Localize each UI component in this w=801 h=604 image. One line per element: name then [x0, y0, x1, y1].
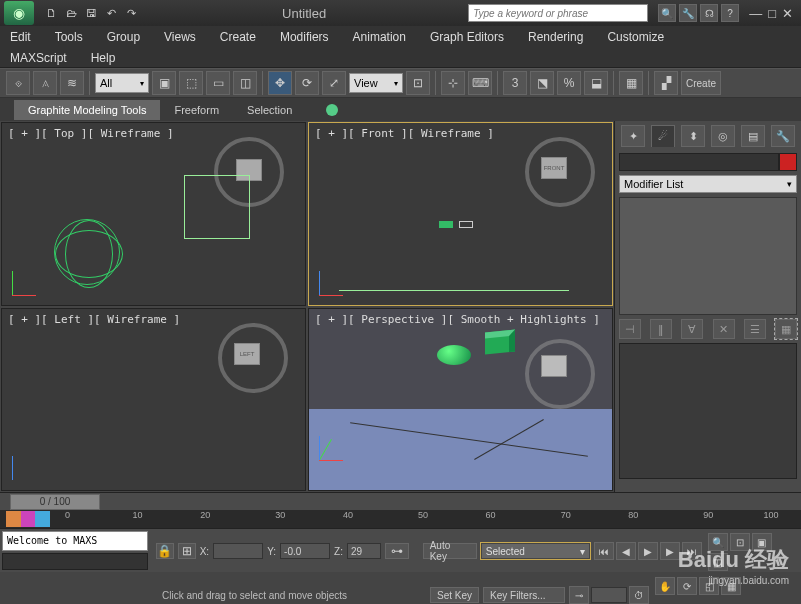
time-slider-bar[interactable]: 0 / 100 [0, 492, 801, 510]
close-button[interactable]: ✕ [782, 6, 793, 21]
save-icon[interactable]: 🖫 [82, 4, 100, 22]
fov-icon[interactable]: ◫ [708, 553, 728, 571]
open-icon[interactable]: 🗁 [62, 4, 80, 22]
communication-icon[interactable]: ☊ [700, 4, 718, 22]
z-coord-input[interactable] [347, 543, 381, 559]
display-panel-icon[interactable]: ▤ [741, 125, 765, 147]
nav-cube-persp[interactable] [541, 355, 567, 377]
ribbon-tab-graphite[interactable]: Graphite Modeling Tools [14, 100, 160, 120]
sets-icon[interactable]: ▦ [775, 319, 797, 339]
select-rect-icon[interactable]: ▭ [206, 71, 230, 95]
y-coord-input[interactable] [280, 543, 330, 559]
key-icon[interactable]: ⊶ [385, 543, 409, 559]
goto-end-icon[interactable]: ⏭ [682, 542, 702, 560]
min-max-icon[interactable]: ▦ [721, 577, 741, 595]
help-icon[interactable]: ? [721, 4, 739, 22]
menu-rendering[interactable]: Rendering [528, 30, 583, 44]
remove-mod-icon[interactable]: ✕ [713, 319, 735, 339]
undo-icon[interactable]: ↶ [102, 4, 120, 22]
lock-icon[interactable]: 🔒 [156, 543, 174, 559]
time-config-icon[interactable]: ⏱ [629, 586, 649, 604]
menu-help[interactable]: Help [91, 51, 116, 65]
ribbon-tab-freeform[interactable]: Freeform [160, 100, 233, 120]
mini-listener[interactable] [2, 553, 148, 570]
menu-group[interactable]: Group [107, 30, 140, 44]
mini-curve-icon[interactable] [6, 511, 50, 527]
time-slider-handle[interactable]: 0 / 100 [10, 494, 100, 510]
ribbon-tab-selection[interactable]: Selection [233, 100, 306, 120]
track-bar[interactable]: 0 10 20 30 40 50 60 70 80 90 100 [0, 510, 801, 528]
ref-coord-dropdown[interactable]: View [349, 73, 403, 93]
zoom-all-icon[interactable]: ⊡ [730, 533, 750, 551]
current-frame-input[interactable] [591, 587, 627, 603]
prev-frame-icon[interactable]: ◀ [616, 542, 636, 560]
pivot-icon[interactable]: ⊡ [406, 71, 430, 95]
modifier-stack[interactable] [619, 197, 797, 315]
object-color-swatch[interactable] [779, 153, 797, 171]
search-icon[interactable]: 🔍 [658, 4, 676, 22]
menu-views[interactable]: Views [164, 30, 196, 44]
scale-icon[interactable]: ⤢ [322, 71, 346, 95]
manipulate-icon[interactable]: ⊹ [441, 71, 465, 95]
help-search-input[interactable] [468, 4, 648, 22]
rollout-area[interactable] [619, 343, 797, 479]
selection-filter-dropdown[interactable]: All [95, 73, 149, 93]
move-icon[interactable]: ✥ [268, 71, 292, 95]
menu-create[interactable]: Create [220, 30, 256, 44]
select-object-icon[interactable]: ▣ [152, 71, 176, 95]
menu-edit[interactable]: Edit [10, 30, 31, 44]
spinner-snap-icon[interactable]: ⬓ [584, 71, 608, 95]
unlink-icon[interactable]: ⟑ [33, 71, 57, 95]
pan-icon[interactable]: ✋ [655, 577, 675, 595]
motion-panel-icon[interactable]: ◎ [711, 125, 735, 147]
select-name-icon[interactable]: ⬚ [179, 71, 203, 95]
autokey-button[interactable]: Auto Key [423, 543, 477, 559]
keyboard-icon[interactable]: ⌨ [468, 71, 492, 95]
ribbon-toggle-icon[interactable] [326, 104, 338, 116]
app-logo[interactable]: ◉ [4, 1, 34, 25]
create-sel-button[interactable]: Create [681, 71, 721, 95]
named-sel-icon[interactable]: ▦ [619, 71, 643, 95]
viewport-top[interactable]: [ + ][ Top ][ Wireframe ] [1, 122, 306, 306]
object-name-input[interactable] [619, 153, 779, 171]
new-icon[interactable]: 🗋 [42, 4, 60, 22]
unique-icon[interactable]: ∀ [681, 319, 703, 339]
minimize-button[interactable]: — [749, 6, 762, 21]
key-mode-icon[interactable]: ⊸ [569, 586, 589, 604]
x-coord-input[interactable] [213, 543, 263, 559]
pin-stack-icon[interactable]: ⊣ [619, 319, 641, 339]
orbit-icon[interactable]: ⟳ [677, 577, 697, 595]
viewport-left[interactable]: [ + ][ Left ][ Wireframe ] LEFT [1, 308, 306, 492]
menu-maxscript[interactable]: MAXScript [10, 51, 67, 65]
create-panel-icon[interactable]: ✦ [621, 125, 645, 147]
modifier-list-dropdown[interactable]: Modifier List [619, 175, 797, 193]
viewport-front[interactable]: [ + ][ Front ][ Wireframe ] FRONT [308, 122, 613, 306]
keyfilters-button[interactable]: Key Filters... [483, 587, 565, 603]
redo-icon[interactable]: ↷ [122, 4, 140, 22]
zoom-ext-icon[interactable]: ▣ [752, 533, 772, 551]
setkey-button[interactable]: Set Key [430, 587, 479, 603]
rotate-icon[interactable]: ⟳ [295, 71, 319, 95]
axis-toggle-icon[interactable]: ⊞ [178, 543, 196, 559]
hierarchy-panel-icon[interactable]: ⬍ [681, 125, 705, 147]
maxscript-prompt[interactable] [2, 531, 148, 551]
window-crossing-icon[interactable]: ◫ [233, 71, 257, 95]
menu-tools[interactable]: Tools [55, 30, 83, 44]
key-target-dropdown[interactable]: Selected▾ [481, 543, 590, 559]
percent-snap-icon[interactable]: % [557, 71, 581, 95]
next-frame-icon[interactable]: ▶ [660, 542, 680, 560]
play-icon[interactable]: ▶ [638, 542, 658, 560]
show-end-icon[interactable]: ‖ [650, 319, 672, 339]
goto-start-icon[interactable]: ⏮ [594, 542, 614, 560]
angle-snap-icon[interactable]: ⬔ [530, 71, 554, 95]
bind-icon[interactable]: ≋ [60, 71, 84, 95]
menu-grapheditors[interactable]: Graph Editors [430, 30, 504, 44]
mirror-icon[interactable]: ▞ [654, 71, 678, 95]
modify-panel-icon[interactable]: ☄ [651, 125, 675, 147]
menu-animation[interactable]: Animation [353, 30, 406, 44]
configure-icon[interactable]: ☰ [744, 319, 766, 339]
menu-customize[interactable]: Customize [607, 30, 664, 44]
maximize-vp-icon[interactable]: ◱ [699, 577, 719, 595]
viewport-perspective[interactable]: [ + ][ Perspective ][ Smooth + Highlight… [308, 308, 613, 492]
config-icon[interactable]: 🔧 [679, 4, 697, 22]
